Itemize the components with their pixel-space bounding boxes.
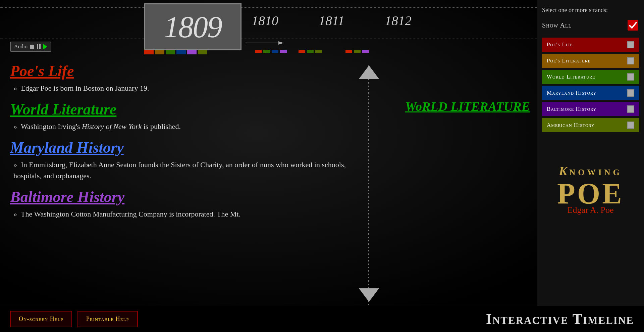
ci-poes-life	[144, 50, 154, 54]
cb-red	[255, 50, 262, 53]
audio-control[interactable]: Audio	[10, 42, 51, 52]
poes-lit-checkbox[interactable]	[627, 57, 634, 64]
logo-area: Knowing POE Edgar A. Poe	[542, 146, 639, 230]
footer: On-screen Help Printable Help Interactiv…	[0, 306, 644, 332]
current-year-box: 1809	[144, 3, 241, 50]
current-year: 1809	[164, 10, 222, 44]
ci-world-lit	[166, 50, 175, 54]
american-checkbox[interactable]	[627, 122, 634, 129]
color-indicators	[144, 50, 207, 54]
ci-poes-lit	[155, 50, 164, 54]
year-labels: 1810 1811 1812	[252, 13, 412, 29]
world-lit-label: WoRLD LITERATURE	[405, 99, 530, 113]
year-color-blocks-1811	[299, 50, 322, 53]
audio-label: Audio	[14, 44, 28, 50]
timeline-arrow	[245, 40, 285, 48]
cb-green	[263, 50, 270, 53]
maryland-arrow: »	[13, 160, 17, 169]
vertical-dotted-line	[368, 65, 369, 305]
checkmark-icon	[628, 20, 638, 31]
edgar-signature: Edgar A. Poe	[568, 205, 614, 215]
poes-life-section: Poe's Life » Edgar Poe is born in Boston…	[10, 62, 372, 94]
world-lit-right-label: WoRLD LITERATURE	[405, 99, 530, 114]
world-lit-checkbox[interactable]	[627, 73, 634, 81]
pause-bar-1	[37, 44, 38, 49]
year-label-1812: 1812	[385, 13, 412, 29]
show-all-text: Show All	[542, 21, 572, 29]
cb2-green	[307, 50, 314, 53]
ci-baltimore	[187, 50, 197, 54]
year-color-blocks-1812	[345, 50, 369, 53]
poe-big-text: POE	[557, 179, 624, 208]
year-color-blocks-1810	[255, 50, 287, 53]
cb-purple	[280, 50, 287, 53]
poes-life-title[interactable]: Poe's Life	[10, 62, 372, 80]
poes-life-arrow: »	[13, 84, 17, 92]
poes-lit-strand-btn[interactable]: Poe's Literature	[542, 54, 639, 68]
audio-stop-btn[interactable]	[30, 45, 34, 49]
ci-maryland	[176, 50, 186, 54]
printable-help-btn[interactable]: Printable Help	[77, 311, 138, 327]
audio-play-btn[interactable]	[43, 44, 47, 49]
scroll-up-arrow[interactable]	[359, 65, 379, 79]
on-screen-help-btn[interactable]: On-screen Help	[10, 311, 72, 327]
poes-life-body: » Edgar Poe is born in Boston on January…	[10, 83, 372, 94]
american-strand-btn[interactable]: American History	[542, 118, 639, 132]
show-all-checkbox[interactable]	[627, 19, 639, 31]
select-strands-label: Select one or more strands:	[542, 7, 639, 14]
poes-life-checkbox[interactable]	[627, 41, 634, 48]
right-panel: Select one or more strands: Show All Poe…	[537, 0, 644, 332]
poes-life-strand-btn[interactable]: Poe's Life	[542, 38, 639, 52]
world-lit-body: » Washington Irving's History of New Yor…	[10, 121, 372, 132]
world-lit-strand-btn[interactable]: World Literature	[542, 70, 639, 84]
knowing-text: Knowing	[559, 160, 622, 179]
cb3-olive	[354, 50, 361, 53]
world-lit-section: World Literature » Washington Irving's H…	[10, 100, 372, 132]
world-lit-title[interactable]: World Literature	[10, 100, 372, 118]
maryland-section: Maryland History » In Emmitsburg, Elizab…	[10, 139, 372, 181]
maryland-checkbox[interactable]	[627, 89, 634, 97]
cb2-red	[299, 50, 305, 53]
dotted-line-bottom	[0, 39, 550, 39]
pause-bar-2	[39, 44, 41, 49]
scroll-down-arrow[interactable]	[359, 288, 379, 302]
maryland-body: » In Emmitsburg, Elizabeth Anne Seaton f…	[10, 159, 372, 181]
show-all-row[interactable]: Show All	[542, 19, 639, 34]
main-content: Poe's Life » Edgar Poe is born in Boston…	[0, 59, 382, 305]
baltimore-arrow: »	[13, 210, 17, 218]
cb3-purple	[362, 50, 369, 53]
arrow-icon	[245, 40, 285, 46]
footer-title: Interactive Timeline	[486, 311, 634, 328]
maryland-strand-btn[interactable]: Maryland History	[542, 86, 639, 100]
ci-american	[198, 50, 207, 54]
svg-marker-1	[278, 41, 283, 45]
year-label-1810: 1810	[252, 13, 278, 29]
footer-buttons: On-screen Help Printable Help	[10, 311, 138, 327]
cb2-olive	[315, 50, 322, 53]
baltimore-title[interactable]: Baltimore History	[10, 188, 372, 206]
baltimore-body: » The Washington Cotton Manufacturing Co…	[10, 208, 372, 220]
baltimore-section: Baltimore History » The Washington Cotto…	[10, 188, 372, 220]
dotted-line-top	[0, 7, 550, 8]
world-lit-arrow: »	[13, 122, 17, 131]
cb3-red	[345, 50, 352, 53]
cb-blue	[272, 50, 278, 53]
baltimore-strand-btn[interactable]: Baltimore History	[542, 102, 639, 116]
year-label-1811: 1811	[319, 13, 344, 29]
maryland-title[interactable]: Maryland History	[10, 139, 372, 156]
baltimore-checkbox[interactable]	[627, 105, 634, 113]
audio-pause-btn[interactable]	[37, 44, 41, 49]
